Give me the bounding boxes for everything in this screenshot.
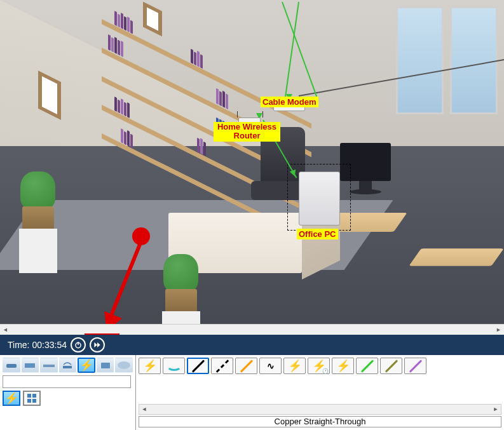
grid-glyph-icon [27, 393, 37, 403]
svg-rect-2 [6, 364, 17, 368]
antenna-icon [262, 111, 263, 118]
lightning-icon: ⚡ [79, 358, 93, 372]
connections-category-icon[interactable]: ⚡ [78, 358, 95, 373]
zigzag-icon: ⚡ [336, 359, 350, 373]
line-icon [409, 359, 422, 373]
dash-line-icon [215, 359, 229, 373]
scroll-left-button[interactable]: ◄ [0, 325, 11, 335]
svg-point-7 [118, 361, 130, 369]
auto-cable-icon[interactable]: ⚡ [139, 358, 161, 374]
line-icon [240, 359, 253, 373]
device-category-row: ⚡ [3, 358, 133, 373]
device-palette: ⚡ ⚡ [0, 355, 136, 430]
time-value: 00:33:54 [32, 340, 67, 350]
line-icon [385, 359, 398, 373]
svg-rect-5 [63, 366, 72, 368]
side-table [409, 248, 503, 266]
serial-dce-cable-icon[interactable]: ⚡🕐 [308, 358, 330, 374]
svg-rect-3 [25, 363, 35, 368]
grid-tool-icon[interactable] [23, 391, 41, 406]
cable-row: ⚡ ∿ ⚡ ⚡🕐 ⚡ [139, 358, 501, 374]
cable-palette: ⚡ ∿ ⚡ ⚡🕐 ⚡ ◄ ► Copper Straight-Through [136, 355, 504, 430]
console-cable-icon[interactable] [163, 358, 185, 374]
svg-rect-9 [32, 394, 36, 398]
svg-rect-6 [101, 363, 110, 368]
phone-cable-icon[interactable]: ∿ [259, 358, 282, 374]
plant [22, 171, 57, 273]
switch-category-icon[interactable] [22, 358, 39, 373]
router-category-icon[interactable] [3, 358, 20, 373]
curve-icon [167, 361, 182, 371]
line-icon [360, 359, 374, 373]
zigzag-icon: ∿ [267, 361, 275, 371]
coaxial-cable-icon[interactable]: ⚡ [283, 358, 306, 374]
power-icon [74, 340, 83, 349]
lightning-icon: ⚡ [143, 359, 157, 373]
auto-connection-tool-icon[interactable]: ⚡ [3, 391, 20, 406]
window [396, 6, 444, 114]
fast-forward-button[interactable] [90, 337, 105, 353]
octal-cable-icon[interactable] [356, 358, 378, 374]
svg-rect-8 [27, 394, 31, 398]
wireless-category-icon[interactable] [59, 358, 77, 373]
device-label-office-pc[interactable]: Office PC [297, 229, 338, 239]
monitor [350, 189, 381, 194]
physical-workspace[interactable]: Cable Modem Home Wireless Router Office … [0, 0, 504, 324]
cable-hscrollbar[interactable]: ◄ ► [139, 404, 501, 415]
zigzag-clock-icon: ⚡🕐 [312, 359, 326, 373]
device-name-input[interactable] [3, 375, 131, 388]
copper-straight-cable-icon[interactable] [187, 358, 209, 374]
window [450, 6, 498, 114]
wan-category-icon[interactable] [115, 358, 133, 373]
hub-category-icon[interactable] [40, 358, 58, 373]
fiber-cable-icon[interactable] [235, 358, 257, 374]
usb-cable-icon[interactable] [380, 358, 402, 374]
svg-rect-4 [43, 365, 55, 367]
workspace-hscrollbar[interactable]: ◄ ► [0, 324, 504, 335]
bottom-panel: ⚡ ⚡ ⚡ ∿ ⚡ ⚡🕐 ⚡ ◄ ► Copper St [0, 355, 504, 430]
lightning-icon: ⚡ [4, 391, 18, 405]
end-devices-category-icon[interactable] [97, 358, 114, 373]
svg-rect-11 [32, 399, 36, 403]
line-icon [191, 359, 205, 373]
serial-dte-cable-icon[interactable]: ⚡ [332, 358, 354, 374]
plant [165, 254, 200, 324]
copper-cross-cable-icon[interactable] [211, 358, 233, 374]
time-label: Time: [8, 340, 29, 350]
reset-time-button[interactable] [71, 337, 86, 353]
scroll-right-button[interactable]: ► [493, 325, 504, 335]
scroll-right-button[interactable]: ► [491, 405, 501, 414]
zigzag-icon: ⚡ [288, 359, 302, 373]
device-label-cable-modem[interactable]: Cable Modem [261, 97, 318, 107]
selected-cable-label: Copper Straight-Through [139, 416, 501, 427]
scroll-left-button[interactable]: ◄ [139, 405, 149, 414]
simulation-timebar: Time: 00:33:54 [0, 335, 504, 355]
device-label-wireless-router[interactable]: Home Wireless Router [214, 122, 280, 142]
custom-cable-icon[interactable] [404, 358, 426, 374]
svg-rect-10 [27, 399, 31, 403]
antenna-icon [237, 111, 238, 118]
fast-forward-icon [93, 340, 102, 349]
